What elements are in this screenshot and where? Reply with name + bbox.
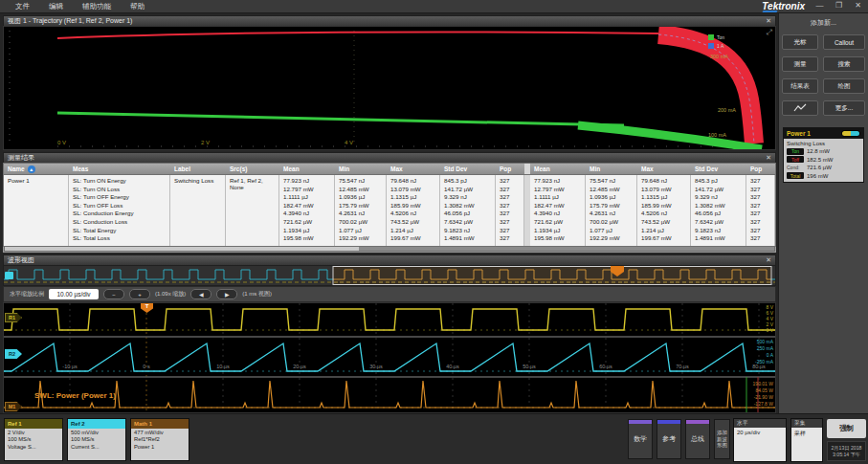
pan-right-button[interactable]: ▶ <box>216 289 237 299</box>
math1-channel-badge[interactable]: Math 1 477 mW/div Ref1*Ref2 Power 1 <box>130 418 189 461</box>
minimize-icon[interactable]: — <box>813 1 826 10</box>
more-button[interactable]: 更多... <box>823 100 865 116</box>
power1-badge[interactable]: Power 1 Switching Loss Ton 12.8 mW Toff … <box>783 127 864 183</box>
add-waveform-button[interactable]: 添加新波形图 <box>714 419 730 459</box>
acquisition-mode-value: 采样 <box>791 428 822 438</box>
results-title: 测量结果 <box>8 153 34 163</box>
zoom-readout: (1.09x 缩放) <box>155 290 186 298</box>
sort-icon[interactable]: ▲ <box>28 166 35 173</box>
results-table-row[interactable]: Power 1 SL: Turn ON Energy SL: Turn ON L… <box>3 175 776 247</box>
col-srcs[interactable]: Src(s) <box>226 164 279 174</box>
pan-left-button[interactable]: ◀ <box>190 289 211 299</box>
cell-min-2: 75.547 nJ 12.485 mW 1.0936 µJ 175.79 mW … <box>586 175 637 247</box>
menu-bar: 文件 编辑 辅助功能 帮助 Tektronix — ❐ ✕ <box>0 0 868 13</box>
ref1-scale-label: 0 V <box>731 327 773 333</box>
ref2-badge-body: 500 mV/div 100 MS/s Current S... <box>68 429 125 460</box>
scrollbar-thumb[interactable] <box>5 247 359 251</box>
col-mean[interactable]: Mean <box>279 164 335 174</box>
power1-badge-header[interactable]: Power 1 <box>784 128 863 139</box>
col-max-2[interactable]: Max <box>637 164 691 174</box>
time-label: 30 µs <box>369 364 383 369</box>
time-label: 10 µs <box>216 364 230 369</box>
sidebar-button-grid: 光标 Callout 测量 搜索 结果表 绘图 更多... <box>779 34 868 116</box>
col-stddev-2[interactable]: Std Dev <box>691 164 746 174</box>
ref1-channel-badge[interactable]: Ref 1 2 V/div 100 MS/s Voltage S... <box>4 418 63 461</box>
col-name[interactable]: Name▲ <box>4 164 69 174</box>
math1-badge-header: Math 1 <box>131 419 189 429</box>
add-bus-label: 总线 <box>691 434 704 444</box>
ref2-scale-label: 0 A <box>731 352 773 358</box>
cond-value: 721.6 µW <box>807 165 832 170</box>
col-min-2[interactable]: Min <box>586 164 637 174</box>
cell-meas: SL: Turn ON Energy SL: Turn ON Loss SL: … <box>69 175 170 247</box>
measure-button[interactable]: 测量 <box>782 56 818 72</box>
waveform-overview-strip[interactable] <box>3 265 776 286</box>
col-pop-2[interactable]: Pop <box>746 164 775 174</box>
menu-edit[interactable]: 编辑 <box>49 2 63 11</box>
legend-marker-blue <box>708 43 714 49</box>
cursors-button[interactable]: 光标 <box>782 34 818 50</box>
col-pop[interactable]: Pop <box>496 164 524 174</box>
ref2-scale-label: 500 mA <box>731 339 773 344</box>
waveform-close-icon[interactable]: ✕ <box>766 256 771 264</box>
expand-icon[interactable]: ⤢ <box>767 28 772 37</box>
maximize-icon[interactable]: ❐ <box>833 1 845 10</box>
col-stddev[interactable]: Std Dev <box>440 164 496 174</box>
add-ref-label: 参考 <box>662 434 676 444</box>
menu-file[interactable]: 文件 <box>15 2 30 11</box>
arc-level-label: 300 mA <box>710 54 728 59</box>
h-scrollbar[interactable] <box>4 246 775 252</box>
zoom-in-button[interactable]: + <box>129 289 150 299</box>
col-mean-2[interactable]: Mean <box>530 164 586 174</box>
ref2-samplerate: 100 MS/s <box>71 436 125 443</box>
trajectory-close-icon[interactable]: ✕ <box>766 17 771 25</box>
trajectory-title: 视图 1 - Trajectory (Ref 1, Ref 2, Power 1… <box>8 16 132 26</box>
toggle-on-half <box>842 131 851 136</box>
add-new-title: 添加新... <box>779 18 868 28</box>
add-math-label: 数学 <box>634 434 647 444</box>
plot-button[interactable]: 绘图 <box>823 78 865 94</box>
power1-toggle[interactable] <box>841 130 860 137</box>
x-axis-label: 2 V <box>201 140 210 145</box>
cell-max: 79.648 nJ 13.079 mW 1.1315 µJ 185.99 mW … <box>387 175 440 247</box>
window-controls: — ❐ ✕ <box>813 1 864 10</box>
waveform-titlebar[interactable]: 波形视图 ✕ <box>3 254 776 265</box>
results-close-icon[interactable]: ✕ <box>766 154 771 162</box>
cell-stddev-2: 845.3 pJ 141.72 µW 9.329 nJ 1.3082 mW 46… <box>691 175 746 247</box>
callout-button[interactable]: Callout <box>823 34 865 50</box>
zoom-out-button[interactable]: − <box>103 289 124 299</box>
math1-source: Power 1 <box>134 444 189 451</box>
zoom-scale-field[interactable]: 10.00 µs/div <box>49 289 99 299</box>
results-table-button[interactable]: 结果表 <box>782 78 818 94</box>
overview-waveforms <box>4 266 775 285</box>
math1-scale-label: -127.8 W <box>731 401 773 407</box>
force-trigger-button[interactable]: 强制 <box>827 419 866 438</box>
time-label: 50 µs <box>523 364 536 369</box>
trajectory-titlebar[interactable]: 视图 1 - Trajectory (Ref 1, Ref 2, Power 1… <box>3 15 776 26</box>
cond-key: Cond: <box>787 165 804 171</box>
add-math-button[interactable]: 数学 <box>628 419 653 459</box>
cell-mean-2: 77.923 nJ 12.797 mW 1.1111 µJ 182.47 mW … <box>530 175 586 247</box>
acquisition-panel[interactable]: 采集 采样 <box>790 418 823 462</box>
col-label[interactable]: Label <box>170 164 226 174</box>
col-min[interactable]: Min <box>335 164 387 174</box>
ref2-channel-badge[interactable]: Ref 2 500 mV/div 100 MS/s Current S... <box>67 418 126 461</box>
arc-level-label: 200 mA <box>718 107 736 113</box>
menu-utility[interactable]: 辅助功能 <box>82 2 111 11</box>
trajectory-plot-canvas[interactable]: 0 V 2 V 4 V 300 mA 200 mA 100 mA Ton 1 A… <box>3 26 776 150</box>
menu-help[interactable]: 帮助 <box>130 2 145 11</box>
search-button[interactable]: 搜索 <box>823 56 865 72</box>
add-bus-button[interactable]: 总线 <box>685 419 710 459</box>
time-label: 40 µs <box>446 364 459 369</box>
power1-badge-body: Switching Loss Ton 12.8 mW Toff 182.5 mW… <box>784 139 863 182</box>
close-icon[interactable]: ✕ <box>852 1 864 10</box>
waveform-grid[interactable]: T R1 R2 M1 SWL: Power (Power 1) -10 µs 0… <box>3 302 776 413</box>
waveform-tools-button[interactable] <box>782 100 818 116</box>
results-titlebar[interactable]: 测量结果 ✕ <box>3 152 776 163</box>
cell-stddev: 845.3 pJ 141.72 µW 9.329 nJ 1.3082 mW 46… <box>440 175 496 247</box>
col-meas[interactable]: Meas <box>69 164 170 174</box>
add-ref-button[interactable]: 参考 <box>657 419 681 459</box>
col-max[interactable]: Max <box>387 164 440 174</box>
ref2-scale-label: -250 mA <box>731 359 773 365</box>
horizontal-panel[interactable]: 水平 20 µs/div <box>733 418 787 462</box>
